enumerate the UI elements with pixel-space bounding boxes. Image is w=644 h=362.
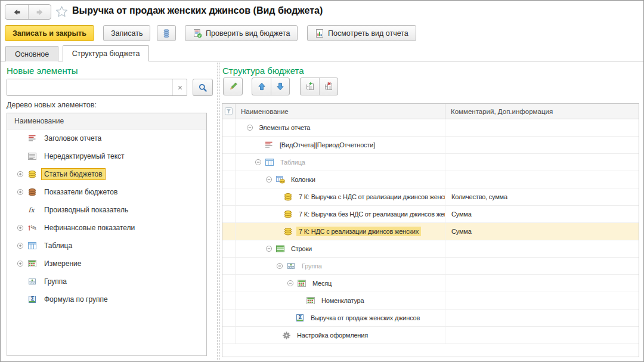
tree-remove-icon	[324, 82, 333, 91]
title-bar: Выручка от продаж женских джинсов (Вид б…	[1, 1, 643, 23]
panel-splitter[interactable]	[217, 63, 220, 360]
fx-icon: fx	[27, 205, 37, 215]
nav-history-group	[5, 4, 51, 20]
row-name: Строки	[289, 244, 314, 253]
coins-yellow-icon	[283, 227, 293, 236]
structure-row[interactable]: Таблица	[222, 154, 639, 171]
new-elements-title: Новые элементы	[7, 66, 78, 76]
new-element-item[interactable]: Группа	[7, 273, 206, 290]
remove-from-group-button[interactable]	[319, 78, 338, 95]
structure-row[interactable]: Номенклатура	[222, 292, 639, 310]
save-close-button[interactable]: Записать и закрыть	[5, 25, 94, 41]
expand-node-icon[interactable]	[17, 260, 24, 267]
forward-button[interactable]	[28, 5, 51, 19]
save-button[interactable]: Записать	[103, 25, 150, 41]
row-comment: Сумма	[451, 228, 472, 235]
item-label: Группа	[42, 276, 69, 287]
structure-row[interactable]: [ВидОтчета][ПериодОтчетности]	[222, 137, 639, 154]
row-name: Группа	[299, 261, 324, 271]
item-label: Нефинансовые показатели	[42, 222, 137, 233]
collapse-node-icon[interactable]	[276, 262, 283, 270]
clear-search-button[interactable]	[172, 79, 187, 95]
move-down-button[interactable]	[271, 78, 289, 95]
check-budget-view-button[interactable]: Проверить вид бюджета	[185, 25, 298, 41]
dimension-icon	[27, 259, 37, 268]
add-to-group-button[interactable]	[301, 78, 319, 95]
new-element-item[interactable]: Нередактируемый текст	[7, 147, 206, 165]
new-element-item[interactable]: Таблица	[7, 237, 206, 255]
row-name: Настройка оформления	[295, 330, 370, 340]
structure-row[interactable]: Строки	[222, 240, 639, 258]
collapse-node-icon[interactable]	[255, 159, 262, 166]
coins-yellow-icon	[27, 169, 37, 179]
row-name: [ВидОтчета][ПериодОтчетности]	[277, 140, 377, 150]
sigma-icon: Σ	[295, 313, 305, 323]
structure-row[interactable]: 7 К: НДС с реализации джинсов женскихСум…	[222, 223, 639, 240]
new-element-item[interactable]: Измерение	[7, 255, 206, 273]
favorite-star-icon[interactable]	[55, 5, 68, 18]
back-button[interactable]	[5, 5, 28, 19]
dimension-icon	[306, 296, 315, 305]
arrow-up-icon	[257, 82, 267, 91]
tab-strip: Основное Структура бюджета	[1, 45, 643, 61]
structure-row[interactable]: Месяц	[222, 275, 639, 292]
new-element-item[interactable]: fxПроизводный показатель	[7, 201, 206, 219]
row-name: Элементы отчета	[256, 123, 312, 132]
row-name: 7 К: НДС с реализации джинсов женских	[296, 227, 421, 236]
edit-button[interactable]	[223, 78, 243, 95]
svg-text:Σ: Σ	[31, 296, 35, 302]
report-title-icon	[264, 140, 274, 150]
svg-text:3: 3	[34, 227, 36, 231]
static-text-icon	[27, 151, 37, 161]
new-element-item[interactable]: Показатели бюджетов	[7, 183, 206, 201]
new-element-item[interactable]: Заголовок отчета	[7, 129, 206, 147]
clear-x-icon	[176, 83, 184, 92]
svg-text:fx: fx	[29, 206, 36, 214]
check-document-icon	[193, 29, 202, 38]
structure-row[interactable]: Элементы отчета	[222, 119, 639, 137]
rows-icon	[275, 244, 285, 253]
structure-row[interactable]: Группа	[222, 258, 639, 275]
arrow-down-icon	[275, 82, 285, 91]
expand-node-icon[interactable]	[17, 171, 24, 178]
list-icon	[162, 29, 171, 38]
structure-row[interactable]: 7 К: Выручка с НДС от реализации джинсов…	[222, 188, 639, 206]
collapse-node-icon[interactable]	[287, 280, 294, 287]
new-element-item[interactable]: ΣФормула по группе	[7, 290, 206, 308]
collapse-node-icon[interactable]	[265, 245, 273, 252]
view-report-button[interactable]: Посмотреть вид отчета	[307, 25, 416, 41]
structure-row[interactable]: Колонки	[222, 171, 639, 188]
column-header-name: Наименование	[236, 104, 445, 119]
structure-row[interactable]: 7 К: Выручка без НДС от реализации джинс…	[222, 206, 639, 223]
structure-row[interactable]: ΣВыручка от продаж женских джинсов	[222, 310, 639, 327]
more-list-button[interactable]	[157, 25, 176, 41]
group-buttons-group	[300, 78, 338, 95]
new-element-item[interactable]: Статьи бюджетов	[7, 165, 206, 183]
row-name: Выручка от продаж женских джинсов	[308, 313, 422, 323]
report-chart-icon	[315, 29, 324, 38]
new-elements-tree-label: Дерево новых элементов:	[7, 101, 97, 109]
expand-node-icon[interactable]	[17, 188, 24, 196]
budget-view-window: Выручка от продаж женских джинсов (Вид б…	[0, 0, 644, 362]
new-element-item[interactable]: 123Нефинансовые показатели	[7, 219, 206, 237]
search-input[interactable]	[7, 79, 172, 95]
search-button[interactable]	[193, 79, 213, 96]
tab-main[interactable]: Основное	[5, 46, 58, 61]
expand-node-icon[interactable]	[17, 224, 24, 231]
sigma-icon: Σ	[27, 295, 37, 304]
move-up-button[interactable]	[252, 78, 271, 95]
collapse-node-icon[interactable]	[246, 124, 253, 131]
budget-structure-table: Наименование Комментарий, Доп.информация…	[222, 103, 639, 357]
svg-text:Σ: Σ	[299, 314, 302, 320]
structure-table-header: Наименование Комментарий, Доп.информация	[222, 104, 639, 119]
report-title-icon	[27, 134, 37, 143]
tab-budget-structure[interactable]: Структура бюджета	[63, 45, 150, 61]
collapse-node-icon[interactable]	[265, 176, 273, 183]
table-icon	[27, 241, 37, 250]
structure-row[interactable]: Настройка оформления	[222, 327, 639, 344]
expand-node-icon[interactable]	[17, 242, 24, 249]
item-label: Производный показатель	[42, 205, 131, 215]
search-icon	[198, 83, 208, 92]
row-comment: Сумма	[451, 211, 472, 218]
page-title: Выручка от продаж женских джинсов (Вид б…	[72, 5, 323, 16]
